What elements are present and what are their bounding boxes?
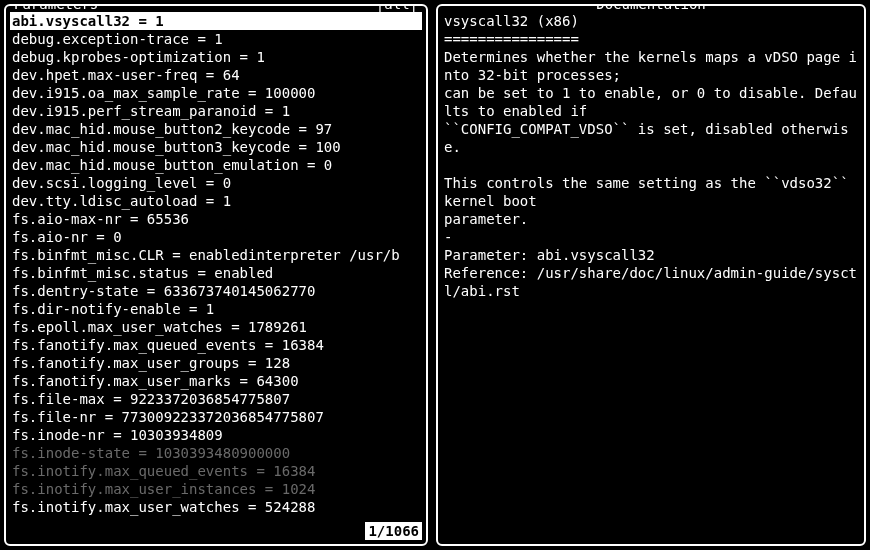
param-row[interactable]: fs.epoll.max_user_watches = 1789261 <box>10 318 422 336</box>
app-root: Parameters |all| abi.vsyscall32 = 1debug… <box>0 0 870 550</box>
param-row[interactable]: fs.file-max = 9223372036854775807 <box>10 390 422 408</box>
doc-line <box>442 156 860 174</box>
param-row[interactable]: dev.tty.ldisc_autoload = 1 <box>10 192 422 210</box>
param-row[interactable]: dev.scsi.logging_level = 0 <box>10 174 422 192</box>
doc-line: ================ <box>442 30 860 48</box>
documentation-content[interactable]: vsyscall32 (x86)================Determin… <box>438 6 864 544</box>
param-row[interactable]: dev.hpet.max-user-freq = 64 <box>10 66 422 84</box>
param-row[interactable]: dev.mac_hid.mouse_button2_keycode = 97 <box>10 120 422 138</box>
doc-line: Parameter: abi.vsyscall32 <box>442 246 860 264</box>
parameters-panel: Parameters |all| abi.vsyscall32 = 1debug… <box>4 4 428 546</box>
param-row[interactable]: fs.binfmt_misc.CLR = enabledinterpreter … <box>10 246 422 264</box>
doc-line: ``CONFIG_COMPAT_VDSO`` is set, disabled … <box>442 120 860 156</box>
param-row[interactable]: dev.i915.oa_max_sample_rate = 100000 <box>10 84 422 102</box>
param-row[interactable]: dev.i915.perf_stream_paranoid = 1 <box>10 102 422 120</box>
param-row[interactable]: fs.inotify.max_queued_events = 16384 <box>10 462 422 480</box>
param-row[interactable]: debug.kprobes-optimization = 1 <box>10 48 422 66</box>
param-row[interactable]: dev.mac_hid.mouse_button3_keycode = 100 <box>10 138 422 156</box>
param-row[interactable]: fs.inode-nr = 10303934809 <box>10 426 422 444</box>
param-row[interactable]: fs.inode-state = 1030393480900000 <box>10 444 422 462</box>
param-row[interactable]: fs.binfmt_misc.status = enabled <box>10 264 422 282</box>
param-row[interactable]: dev.mac_hid.mouse_button_emulation = 0 <box>10 156 422 174</box>
doc-line: This controls the same setting as the ``… <box>442 174 860 210</box>
param-row[interactable]: fs.dentry-state = 633673740145062770 <box>10 282 422 300</box>
doc-line: vsyscall32 (x86) <box>442 12 860 30</box>
param-row[interactable]: fs.file-nr = 77300922337203685477580​7 <box>10 408 422 426</box>
param-row[interactable]: fs.fanotify.max_user_marks = 64300 <box>10 372 422 390</box>
param-row[interactable]: fs.inotify.max_user_watches = 524288 <box>10 498 422 516</box>
doc-line: can be set to 1 to enable, or 0 to disab… <box>442 84 860 120</box>
doc-line: - <box>442 228 860 246</box>
param-row[interactable]: abi.vsyscall32 = 1 <box>10 12 422 30</box>
documentation-panel: Documentation vsyscall32 (x86)==========… <box>436 4 866 546</box>
doc-line: Reference: /usr/share/doc/linux/admin-gu… <box>442 264 860 300</box>
param-row[interactable]: fs.fanotify.max_queued_events = 16384 <box>10 336 422 354</box>
param-row[interactable]: fs.dir-notify-enable = 1 <box>10 300 422 318</box>
param-row[interactable]: debug.exception-trace = 1 <box>10 30 422 48</box>
position-counter: 1/1066 <box>365 522 422 540</box>
param-row[interactable]: fs.aio-nr = 0 <box>10 228 422 246</box>
parameters-list[interactable]: abi.vsyscall32 = 1debug.exception-trace … <box>6 6 426 544</box>
doc-line: Determines whether the kernels maps a vD… <box>442 48 860 84</box>
param-row[interactable]: fs.fanotify.max_user_groups = 128 <box>10 354 422 372</box>
param-row[interactable]: fs.aio-max-nr = 65536 <box>10 210 422 228</box>
doc-line: parameter. <box>442 210 860 228</box>
param-row[interactable]: fs.inotify.max_user_instances = 1024 <box>10 480 422 498</box>
